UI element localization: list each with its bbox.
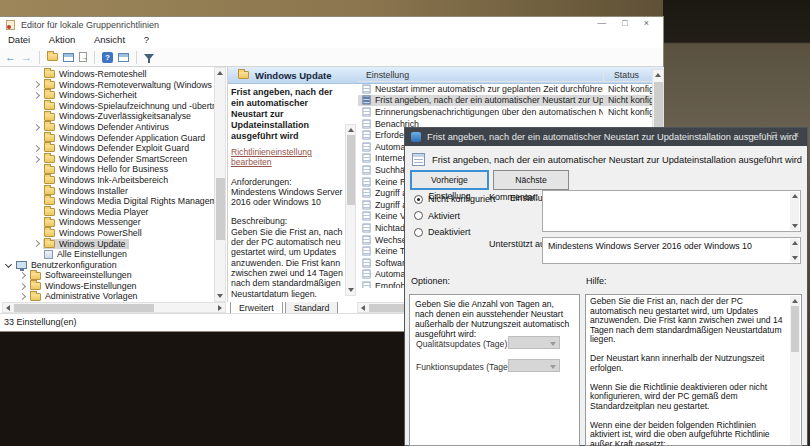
tree-item[interactable]: Windows Defender SmartScreen [2,154,214,165]
radio-nicht-konfiguriert[interactable]: Nicht konfiguriert [414,194,496,204]
window-titlebar[interactable]: Editor für lokale Gruppenrichtlinien — □… [0,17,663,33]
tree-item[interactable]: Windows Media Digital Rights Management … [2,196,214,207]
menu-ansicht[interactable]: Ansicht [86,33,133,45]
expander-icon[interactable] [19,272,26,279]
radio-deaktiviert[interactable]: Deaktiviert [414,227,471,237]
tree-horizontal-scrollbar[interactable] [2,302,226,313]
menu-help[interactable]: ? [136,33,157,45]
supported-on-value: Mindestens Windows Server 2016 oder Wind… [548,241,752,251]
dialog-minimize-icon[interactable]: — [745,130,754,140]
expander-icon[interactable] [19,293,26,300]
up-folder-icon[interactable] [47,53,58,61]
tree-item[interactable]: Windows Defender Antivirus [2,122,214,133]
tree-item-label: Windows-Remoteverwaltung (Windows Remote [59,80,214,91]
comment-textarea[interactable] [542,190,801,232]
description-scrollbar[interactable] [345,124,356,296]
expander-spacer [34,231,39,236]
radio-aktiviert[interactable]: Aktiviert [414,211,460,221]
tree-item-label: Windows Update [59,239,126,250]
list-header[interactable]: Einstellung Status [358,69,652,82]
filter-icon[interactable] [144,54,154,60]
policy-icon [362,200,370,209]
tree-item[interactable]: Windows Installer [2,186,214,197]
feature-updates-input[interactable] [508,359,560,372]
tree-item[interactable]: Windows Messenger [2,217,214,228]
tree-item[interactable]: Windows Ink-Arbeitsbereich [2,175,214,186]
comment-scrollbar[interactable] [790,192,799,230]
tree-item[interactable]: Windows PowerShell [2,228,214,239]
tree-item[interactable]: Administrative Vorlagen [2,291,214,302]
tree-item[interactable]: Windows Defender Application Guard [2,133,214,144]
back-arrow-icon[interactable]: ← [5,52,16,63]
radio-button-icon[interactable] [414,228,423,237]
expander-icon[interactable] [33,81,40,88]
edit-policy-link[interactable]: Richtlinieneinstellung bearbeiten [231,147,312,167]
tree-item[interactable]: Alle Einstellungen [2,249,214,260]
quality-updates-input[interactable] [508,336,560,349]
policy-icon [362,281,370,288]
menu-aktion[interactable]: Aktion [41,33,83,45]
properties-icon[interactable] [118,53,129,62]
expander-spacer [34,188,39,193]
desktop-wallpaper-top [0,0,664,17]
tree-vertical-scrollbar[interactable] [214,67,226,302]
policy-icon [362,235,370,244]
tree-item[interactable]: Windows Media Player [2,207,214,218]
settings-row[interactable]: Frist angeben, nach der ein automatische… [358,95,652,107]
help-text: Geben Sie die Frist an, nach der der PC … [590,297,788,446]
requirements-text: Mindestens Windows Server 2016 oder Wind… [231,187,344,208]
tree-item-label: Windows Ink-Arbeitsbereich [59,175,168,186]
tree-item[interactable]: Windows-Spielaufzeichnung und -übertragu… [2,101,214,112]
supported-on-box[interactable]: Mindestens Windows Server 2016 oder Wind… [542,237,801,264]
export-list-icon[interactable] [79,52,87,62]
expander-icon[interactable] [33,145,40,152]
minimize-icon[interactable]: — [597,18,606,28]
dialog-titlebar[interactable]: Frist angeben, nach der ein automatische… [405,128,807,146]
tree-item[interactable]: Windows Update [2,239,214,250]
options-panel: Geben Sie die Anzahl von Tagen an, nach … [409,294,580,446]
tree-item[interactable]: Windows-Sicherheit [2,90,214,101]
dialog-app-icon [411,132,421,142]
help-scrollbar[interactable] [790,296,800,445]
show-console-tree-icon[interactable] [63,53,74,62]
policy-icon [362,270,370,279]
tree-item-label: Windows Media Digital Rights Management … [59,196,214,207]
folder-icon [44,123,55,131]
folder-icon [44,81,55,89]
tree-item[interactable]: Windows-Remoteverwaltung (Windows Remote [2,80,214,91]
previous-setting-button[interactable]: Vorherige Einstellung [410,170,489,190]
close-icon[interactable]: × [644,18,649,28]
supported-scrollbar[interactable] [790,239,799,262]
expander-icon[interactable] [33,124,40,131]
dialog-close-icon[interactable]: × [794,130,799,140]
expander-icon[interactable] [5,261,12,268]
policy-icon [362,84,370,93]
tree-item-label: Windows Media Player [59,207,148,218]
expander-icon[interactable] [33,156,40,163]
folder-icon [44,102,55,110]
settings-row[interactable]: Neustart immer automatisch zur geplanten… [358,83,652,95]
toolbar-separator [39,51,40,64]
tree-item[interactable]: Windows-Zuverlässigkeitsanalyse [2,111,214,122]
next-setting-button[interactable]: Nächste Einstellung [493,170,569,190]
column-einstellung[interactable]: Einstellung [366,70,409,80]
maximize-icon[interactable]: □ [622,18,627,28]
menu-datei[interactable]: Datei [0,33,38,45]
tree-item[interactable]: Windows-Remoteshell [2,69,214,80]
column-status[interactable]: Status [614,70,639,80]
policy-icon [362,223,370,232]
settings-row[interactable]: Erinnerungsbenachrichtigungen über den a… [358,106,652,118]
expander-icon[interactable] [19,283,26,290]
help-icon[interactable]: ? [102,52,113,63]
dialog-maximize-icon[interactable]: □ [771,130,776,140]
expander-icon[interactable] [33,92,40,99]
policy-icon [362,131,370,140]
radio-button-icon[interactable] [414,211,423,220]
tree-item[interactable]: Windows Hello for Business [2,164,214,175]
expander-spacer [34,220,39,225]
folder-icon [44,176,55,184]
forward-arrow-icon[interactable]: → [21,52,32,63]
expander-icon[interactable] [33,240,40,247]
radio-button-icon[interactable] [414,195,423,204]
tree-item[interactable]: Windows Defender Exploit Guard [2,143,214,154]
